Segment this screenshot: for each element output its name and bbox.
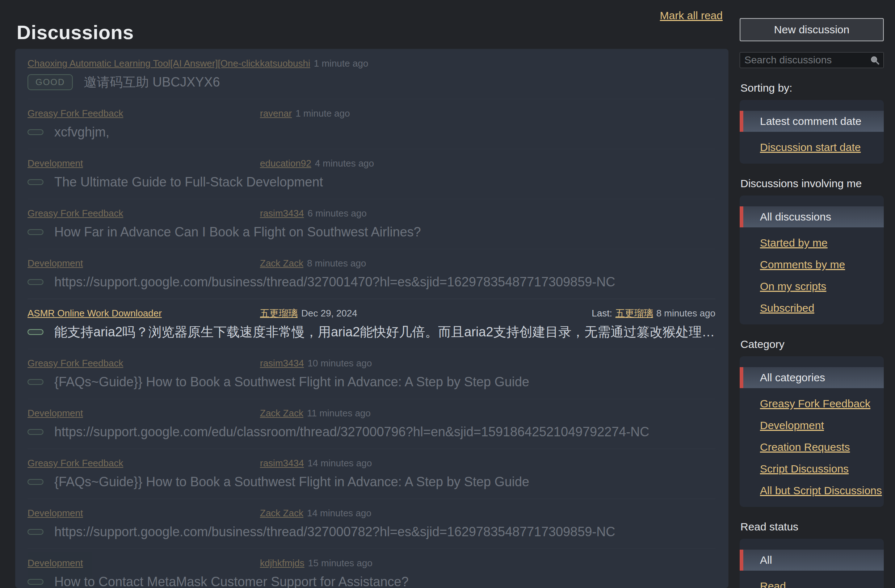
discussion-context-link[interactable]: Chaoxing Automatic Learning Tool[AI Answ… — [27, 58, 260, 69]
rating-badge — [27, 429, 44, 435]
sidebar-section: Sorting by: Latest comment date Discussi… — [740, 82, 884, 164]
discussion-user-link[interactable]: rasim3434 — [260, 208, 304, 219]
search-box — [740, 52, 884, 68]
discussion-context-link[interactable]: Development — [27, 407, 260, 419]
discussion-context-link[interactable]: ASMR Online Work Downloader — [27, 308, 260, 319]
sidebar-selected-option[interactable]: Latest comment date — [740, 111, 884, 132]
rating-badge — [27, 329, 44, 335]
sidebar-option-link[interactable]: Script Discussions — [760, 463, 849, 475]
rating-badge: GOOD — [27, 74, 73, 90]
discussion-user-link[interactable]: rasim3434 — [260, 358, 304, 369]
sidebar-selected-option[interactable]: All categories — [740, 367, 884, 388]
discussion-row: Greasy Fork Feedback ravenar 1 minute ag… — [15, 99, 728, 149]
discussion-user-link[interactable]: katsuobushi — [260, 58, 310, 69]
sidebar-option-list: Discussion start date — [740, 141, 884, 153]
discussion-author: katsuobushi 1 minute ago — [260, 58, 368, 69]
discussion-author: education92 4 minutes ago — [260, 158, 374, 169]
discussion-context-link[interactable]: Development — [27, 258, 260, 269]
last-activity-time: 8 minutes ago — [657, 308, 715, 319]
discussion-title-link[interactable]: 能支持aria2吗？浏览器原生下载速度非常慢，用aria2能快好几倍。而且ari… — [54, 324, 715, 340]
sidebar-selected-option[interactable]: All — [740, 550, 884, 571]
sidebar-option-link[interactable]: Started by me — [760, 237, 828, 249]
sidebar-option-list: Greasy Fork FeedbackDevelopmentCreation … — [740, 397, 884, 497]
discussion-context-link[interactable]: Greasy Fork Feedback — [27, 358, 260, 369]
rating-badge — [27, 229, 44, 235]
sidebar-option-link[interactable]: Greasy Fork Feedback — [760, 397, 871, 410]
sidebar-panel: All ReadNot read — [740, 539, 884, 588]
discussion-meta: Greasy Fork Feedback rasim3434 6 minutes… — [27, 208, 715, 219]
discussion-title-row: 能支持aria2吗？浏览器原生下载速度非常慢，用aria2能快好几倍。而且ari… — [27, 324, 715, 340]
sidebar-option-link[interactable]: Development — [760, 419, 824, 432]
discussion-time: 14 minutes ago — [307, 457, 372, 469]
last-activity-label: Last: — [592, 308, 612, 319]
discussion-context-link[interactable]: Development — [27, 557, 260, 569]
sidebar-panel: Latest comment date Discussion start dat… — [740, 100, 884, 164]
discussion-author: ravenar 1 minute ago — [260, 108, 350, 119]
discussion-context-link[interactable]: Development — [27, 507, 260, 519]
discussion-title-link[interactable]: https://support.google.com/edu/classroom… — [54, 424, 649, 440]
discussion-title-link[interactable]: How Far in Advance Can I Book a Flight o… — [54, 224, 421, 240]
sidebar-selected-option[interactable]: All discussions — [740, 206, 884, 227]
discussion-time: 6 minutes ago — [307, 208, 366, 219]
discussion-row: Development education92 4 minutes ago Th… — [15, 149, 728, 199]
discussion-title-link[interactable]: {FAQs~Guide}} How to Book a Southwest Fl… — [54, 374, 529, 390]
discussion-title-row: The Ultimate Guide to Full-Stack Develop… — [27, 174, 715, 190]
sidebar-option-link[interactable]: Creation Requests — [760, 441, 850, 453]
discussion-user-link[interactable]: education92 — [260, 158, 311, 169]
discussion-title-link[interactable]: https://support.google.com/business/thre… — [54, 274, 615, 290]
discussion-user-link[interactable]: ravenar — [260, 108, 292, 119]
discussion-user-link[interactable]: kdjhkfmjds — [260, 557, 305, 569]
discussion-time: Dec 29, 2024 — [301, 308, 357, 319]
discussion-row: ASMR Online Work Downloader 五更瑠璃 Dec 29,… — [15, 299, 728, 349]
discussion-user-link[interactable]: Zack Zack — [260, 258, 303, 269]
discussion-title-link[interactable]: https://support.google.com/business/thre… — [54, 524, 615, 540]
discussion-title-link[interactable]: How to Contact MetaMask Customer Support… — [54, 574, 408, 588]
rating-badge — [27, 279, 44, 285]
discussion-title-row: {FAQs~Guide}} How to Book a Southwest Fl… — [27, 374, 715, 390]
discussion-context-link[interactable]: Greasy Fork Feedback — [27, 108, 260, 119]
new-discussion-button[interactable]: New discussion — [740, 18, 884, 41]
discussion-time: 8 minutes ago — [307, 258, 366, 269]
sidebar-option-link[interactable]: Discussion start date — [760, 141, 861, 153]
discussion-author: Zack Zack 8 minutes ago — [260, 258, 366, 269]
rating-badge — [27, 529, 44, 535]
discussion-title-row: https://support.google.com/business/thre… — [27, 524, 715, 540]
search-input[interactable] — [740, 52, 884, 68]
discussion-meta: Greasy Fork Feedback ravenar 1 minute ag… — [27, 108, 715, 119]
discussion-title-link[interactable]: {FAQs~Guide}} How to Book a Southwest Fl… — [54, 474, 529, 490]
discussion-user-link[interactable]: Zack Zack — [260, 507, 303, 519]
sidebar-option-list: ReadNot read — [740, 580, 884, 588]
sidebar-option-link[interactable]: Subscribed — [760, 302, 814, 314]
sidebar-option-link[interactable]: Read — [760, 580, 786, 588]
discussion-title-link[interactable]: The Ultimate Guide to Full-Stack Develop… — [54, 174, 323, 190]
rating-badge — [27, 379, 44, 385]
sidebar-panel: All categories Greasy Fork FeedbackDevel… — [740, 356, 884, 507]
sidebar-option-link[interactable]: All but Script Discussions — [760, 485, 882, 497]
discussion-context-link[interactable]: Development — [27, 158, 260, 169]
last-commenter-link[interactable]: 五更瑠璃 — [616, 308, 653, 319]
discussion-time: 1 minute ago — [314, 58, 368, 69]
page-title: Discussions — [17, 21, 134, 44]
main-column: Discussions Mark all read Chaoxing Autom… — [15, 0, 728, 588]
discussion-title-row: https://support.google.com/business/thre… — [27, 274, 715, 290]
discussion-user-link[interactable]: Zack Zack — [260, 407, 303, 419]
rating-badge — [27, 579, 44, 585]
discussion-title-link[interactable]: xcfvghjm, — [54, 124, 109, 140]
discussion-context-link[interactable]: Greasy Fork Feedback — [27, 208, 260, 219]
discussion-author: kdjhkfmjds 15 minutes ago — [260, 557, 373, 569]
discussion-row: Greasy Fork Feedback rasim3434 10 minute… — [15, 349, 728, 399]
discussion-user-link[interactable]: rasim3434 — [260, 457, 304, 469]
sidebar-option-link[interactable]: Comments by me — [760, 259, 845, 271]
discussion-title-row: {FAQs~Guide}} How to Book a Southwest Fl… — [27, 474, 715, 490]
discussion-user-link[interactable]: 五更瑠璃 — [260, 308, 297, 319]
discussion-time: 10 minutes ago — [307, 358, 372, 369]
sidebar: New discussion Sorting by: Latest commen… — [740, 0, 884, 588]
discussion-context-link[interactable]: Greasy Fork Feedback — [27, 457, 260, 469]
discussion-title-row: GOOD 邀请码互助 UBCJXYX6 — [27, 74, 715, 90]
discussion-title-link[interactable]: 邀请码互助 UBCJXYX6 — [83, 74, 220, 90]
sidebar-option-link[interactable]: On my scripts — [760, 280, 826, 292]
sidebar-section: Category All categories Greasy Fork Feed… — [740, 338, 884, 507]
mark-all-read-link[interactable]: Mark all read — [660, 9, 723, 22]
discussion-meta: Development kdjhkfmjds 15 minutes ago — [27, 557, 715, 569]
discussion-author: rasim3434 14 minutes ago — [260, 457, 372, 469]
